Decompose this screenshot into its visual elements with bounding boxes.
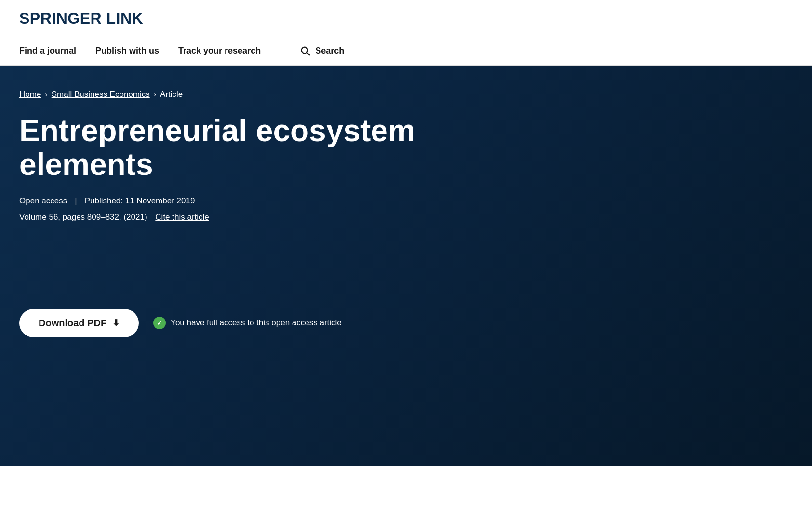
main-nav: Find a journal Publish with us Track you… <box>19 36 793 65</box>
search-button[interactable]: Search <box>300 45 344 56</box>
nav-divider <box>290 41 290 60</box>
download-pdf-label: Download PDF <box>39 318 106 329</box>
breadcrumb-journal[interactable]: Small Business Economics <box>52 90 150 99</box>
published-date: Published: 11 November 2019 <box>85 196 195 206</box>
chevron-right-icon: › <box>45 90 47 99</box>
nav-track-research[interactable]: Track your research <box>178 37 275 65</box>
nav-publish-with-us[interactable]: Publish with us <box>95 37 173 65</box>
download-pdf-button[interactable]: Download PDF ⬇ <box>19 309 139 337</box>
site-logo[interactable]: Springer Link <box>19 10 793 36</box>
article-title: Entrepreneurial ecosystem elements <box>19 114 549 182</box>
search-label: Search <box>315 46 344 56</box>
volume-info: Volume 56, pages 809–832, (2021) Cite th… <box>19 213 793 222</box>
svg-line-1 <box>307 53 309 55</box>
open-access-badge[interactable]: Open access <box>19 196 67 206</box>
open-access-link[interactable]: open access <box>271 318 317 327</box>
volume-text: Volume 56, pages 809–832, (2021) <box>19 213 147 222</box>
check-circle-icon <box>153 317 166 329</box>
article-meta-row: Open access | Published: 11 November 201… <box>19 196 793 206</box>
breadcrumb: Home › Small Business Economics › Articl… <box>19 90 793 99</box>
chevron-right-icon-2: › <box>154 90 156 99</box>
breadcrumb-current: Article <box>160 90 183 99</box>
search-icon <box>300 45 310 56</box>
logo-text: Springer Link <box>19 10 143 27</box>
breadcrumb-home[interactable]: Home <box>19 90 41 99</box>
bottom-actions: Download PDF ⬇ You have full access to t… <box>19 309 793 337</box>
nav-links: Find a journal Publish with us Track you… <box>19 37 280 65</box>
cite-this-article-link[interactable]: Cite this article <box>155 213 209 222</box>
nav-find-journal[interactable]: Find a journal <box>19 37 91 65</box>
meta-separator: | <box>75 196 77 206</box>
access-info: You have full access to this open access… <box>153 317 342 329</box>
download-icon: ⬇ <box>112 318 120 328</box>
access-text: You have full access to this open access… <box>171 318 342 328</box>
hero-section: Home › Small Business Economics › Articl… <box>0 66 812 466</box>
site-header: Springer Link Find a journal Publish wit… <box>0 0 812 66</box>
